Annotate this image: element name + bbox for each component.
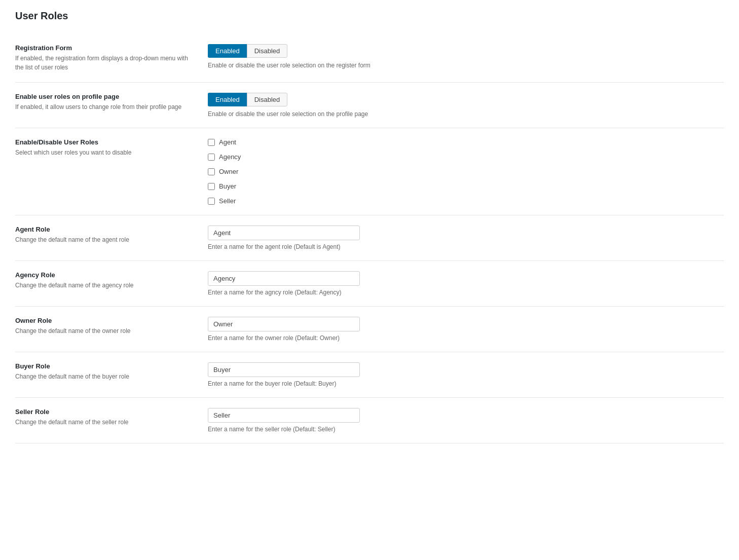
buyer-role-right: Enter a name for the buyer role (Default… — [208, 362, 724, 387]
buyer-role-helper: Enter a name for the buyer role (Default… — [208, 380, 724, 387]
seller-role-input[interactable] — [208, 408, 360, 423]
profile-page-right: Enabled Disabled Enable or disable the u… — [208, 93, 724, 118]
checkbox-agent[interactable]: Agent — [208, 138, 724, 146]
checkbox-owner[interactable]: Owner — [208, 168, 724, 175]
profile-page-enabled-btn[interactable]: Enabled — [208, 93, 247, 106]
owner-role-helper: Enter a name for the owner role (Default… — [208, 334, 724, 342]
agent-role-helper: Enter a name for the agent role (Default… — [208, 243, 724, 250]
agent-role-input[interactable] — [208, 226, 360, 240]
buyer-role-desc: Change the default name of the buyer rol… — [15, 372, 198, 381]
enable-disable-left: Enable/Disable User Roles Select which u… — [15, 138, 208, 157]
checkbox-agency-label: Agency — [219, 153, 241, 161]
profile-page-helper: Enable or disable the user role selectio… — [208, 110, 724, 118]
checkbox-agency[interactable]: Agency — [208, 153, 724, 161]
profile-page-disabled-btn[interactable]: Disabled — [247, 93, 288, 106]
agency-role-section: Agency Role Change the default name of t… — [15, 261, 724, 307]
seller-role-right: Enter a name for the seller role (Defaul… — [208, 408, 724, 433]
registration-form-left: Registration Form If enabled, the regist… — [15, 44, 208, 72]
checkbox-seller-label: Seller — [219, 197, 236, 205]
agent-role-desc: Change the default name of the agent rol… — [15, 235, 198, 244]
checkbox-agency-input[interactable] — [208, 154, 215, 161]
checkbox-buyer-input[interactable] — [208, 183, 215, 190]
checkbox-list: Agent Agency Owner Buyer Seller — [208, 138, 724, 205]
buyer-role-label: Buyer Role — [15, 362, 198, 370]
owner-role-label: Owner Role — [15, 317, 198, 324]
agency-role-input[interactable] — [208, 271, 360, 286]
registration-form-disabled-btn[interactable]: Disabled — [247, 44, 288, 58]
agency-role-helper: Enter a name for the agncy role (Default… — [208, 289, 724, 296]
enable-disable-label: Enable/Disable User Roles — [15, 138, 198, 146]
buyer-role-input[interactable] — [208, 362, 360, 377]
owner-role-left: Owner Role Change the default name of th… — [15, 317, 208, 335]
enable-disable-section: Enable/Disable User Roles Select which u… — [15, 128, 724, 215]
registration-form-label: Registration Form — [15, 44, 198, 52]
agency-role-left: Agency Role Change the default name of t… — [15, 271, 208, 290]
seller-role-helper: Enter a name for the seller role (Defaul… — [208, 426, 724, 433]
registration-form-desc: If enabled, the registration form displa… — [15, 54, 198, 72]
enable-disable-right: Agent Agency Owner Buyer Seller — [208, 138, 724, 205]
seller-role-label: Seller Role — [15, 408, 198, 416]
agent-role-label: Agent Role — [15, 226, 198, 233]
buyer-role-left: Buyer Role Change the default name of th… — [15, 362, 208, 381]
owner-role-desc: Change the default name of the owner rol… — [15, 326, 198, 335]
agent-role-right: Enter a name for the agent role (Default… — [208, 226, 724, 250]
profile-page-desc: If enabled, it allow users to change rol… — [15, 102, 198, 111]
agency-role-desc: Change the default name of the agency ro… — [15, 281, 198, 290]
registration-form-enabled-btn[interactable]: Enabled — [208, 44, 247, 58]
registration-form-toggle-group: Enabled Disabled — [208, 44, 724, 58]
agency-role-label: Agency Role — [15, 271, 198, 279]
checkbox-agent-input[interactable] — [208, 139, 215, 146]
checkbox-buyer[interactable]: Buyer — [208, 182, 724, 190]
buyer-role-section: Buyer Role Change the default name of th… — [15, 352, 724, 398]
registration-form-section: Registration Form If enabled, the regist… — [15, 34, 724, 83]
profile-page-left: Enable user roles on profile page If ena… — [15, 93, 208, 111]
checkbox-owner-input[interactable] — [208, 168, 215, 175]
agency-role-right: Enter a name for the agncy role (Default… — [208, 271, 724, 296]
owner-role-input[interactable] — [208, 317, 360, 331]
checkbox-buyer-label: Buyer — [219, 182, 236, 190]
agent-role-left: Agent Role Change the default name of th… — [15, 226, 208, 244]
seller-role-section: Seller Role Change the default name of t… — [15, 398, 724, 443]
agent-role-section: Agent Role Change the default name of th… — [15, 215, 724, 261]
checkbox-seller[interactable]: Seller — [208, 197, 724, 205]
checkbox-seller-input[interactable] — [208, 198, 215, 205]
owner-role-right: Enter a name for the owner role (Default… — [208, 317, 724, 342]
owner-role-section: Owner Role Change the default name of th… — [15, 307, 724, 352]
profile-page-label: Enable user roles on profile page — [15, 93, 198, 100]
profile-page-section: Enable user roles on profile page If ena… — [15, 83, 724, 128]
registration-form-helper: Enable or disable the user role selectio… — [208, 62, 724, 69]
enable-disable-desc: Select which user roles you want to disa… — [15, 148, 198, 157]
seller-role-left: Seller Role Change the default name of t… — [15, 408, 208, 427]
seller-role-desc: Change the default name of the seller ro… — [15, 418, 198, 427]
registration-form-right: Enabled Disabled Enable or disable the u… — [208, 44, 724, 69]
checkbox-agent-label: Agent — [219, 138, 236, 146]
profile-page-toggle-group: Enabled Disabled — [208, 93, 724, 106]
page-title: User Roles — [15, 10, 724, 22]
checkbox-owner-label: Owner — [219, 168, 238, 175]
